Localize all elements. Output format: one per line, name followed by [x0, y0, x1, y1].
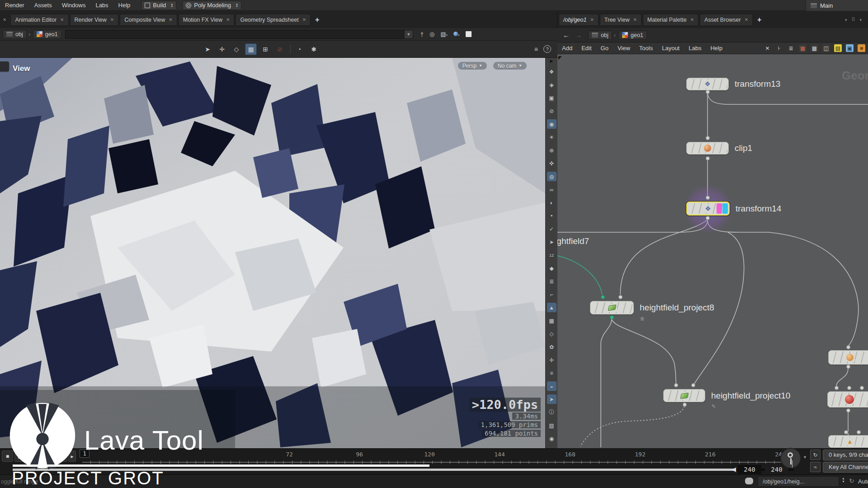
color-palette-grid-icon[interactable]: ▦	[799, 44, 807, 52]
node-port[interactable]	[683, 403, 687, 407]
handles-tool-icon[interactable]: ▦	[245, 43, 257, 55]
forward-arrow-icon[interactable]: →	[575, 31, 582, 39]
node-heightfield_project8[interactable]	[590, 301, 634, 314]
stereo-glasses-icon[interactable]: ∞	[547, 185, 557, 194]
netmenu-add[interactable]: Add	[557, 45, 577, 52]
range-end-field[interactable]: 240	[738, 465, 761, 474]
netmenu-go[interactable]: Go	[596, 45, 613, 52]
pane-tab-geometry-spreadsheet[interactable]: Geometry Spreadsheet✕	[236, 14, 311, 26]
node-edge_node_mid[interactable]	[827, 391, 868, 408]
location-pin-icon[interactable]: ➤	[547, 394, 557, 404]
node-clip1[interactable]	[686, 142, 729, 155]
reference-planes-icon[interactable]: ▧	[547, 421, 557, 430]
close-tab-icon[interactable]: ✕	[110, 17, 114, 22]
desktop-build-selector[interactable]: Build ▲▼	[142, 1, 176, 10]
netmenu-tools[interactable]: Tools	[635, 45, 657, 52]
current-node-path-field[interactable]: /obj/geo1/heig...	[758, 476, 839, 487]
help-icon[interactable]: ?	[543, 45, 551, 53]
add-view-icon[interactable]: ✜	[547, 159, 557, 168]
box-zoom-icon[interactable]: ⊞	[259, 43, 271, 55]
node-edge_node_bottom[interactable]: ▲	[828, 435, 868, 448]
background-image-icon[interactable]: ▣	[846, 44, 854, 52]
network-editor-canvas[interactable]: Geometry heightfield7 ❖transform13clip1❖…	[557, 54, 868, 448]
node-port[interactable]	[674, 383, 678, 387]
node-transform13[interactable]: ❖	[686, 78, 729, 90]
transform-tool-icon[interactable]: ◇	[231, 43, 242, 55]
node-port[interactable]	[844, 430, 848, 434]
list-view-icon[interactable]: ≣	[787, 44, 795, 52]
node-port-green[interactable]	[610, 315, 614, 319]
view-sphere-icon[interactable]: ◉	[547, 119, 557, 129]
close-tab-icon[interactable]: ✕	[0, 17, 9, 22]
node-port[interactable]	[691, 383, 695, 387]
node-port[interactable]	[835, 386, 839, 390]
menu-windows[interactable]: Windows	[57, 0, 91, 11]
white-square-icon[interactable]	[466, 31, 472, 37]
node-port[interactable]	[706, 216, 710, 220]
prim-numbers-icon[interactable]: ≣	[547, 277, 557, 286]
shelf-set-selector[interactable]: Poly Modeling ▲▼	[183, 1, 241, 10]
menu-render[interactable]: Render	[0, 0, 29, 11]
grid-display-icon[interactable]: ◇	[547, 329, 557, 338]
pane-tab-tree-view[interactable]: Tree View✕	[600, 14, 642, 26]
node-port[interactable]	[847, 386, 851, 390]
netmenu-help[interactable]: Help	[706, 45, 727, 52]
pane-tab-material-palette[interactable]: Material Palette✕	[643, 14, 698, 26]
breadcrumb-obj[interactable]: obj	[3, 30, 27, 39]
parameters-grid-icon[interactable]: ▩	[811, 44, 818, 52]
perspective-selector[interactable]: Persp ▼	[458, 61, 487, 70]
organize-icon[interactable]: ■	[858, 44, 865, 52]
node-transform14[interactable]: ❖	[686, 202, 730, 216]
node-port[interactable]	[846, 365, 850, 369]
scene-viewport[interactable]: View Persp ▼ No cam ▼ >120.0fps 3.34ms 1…	[0, 58, 545, 448]
lock-camera-icon[interactable]: ▣	[547, 93, 557, 103]
target-icon[interactable]: ◎	[429, 31, 434, 38]
network-breadcrumb-geo1[interactable]: geo1	[618, 31, 647, 40]
snap-options-icon[interactable]: ◈	[547, 80, 557, 89]
node-port[interactable]	[857, 430, 861, 434]
chevron-down-icon[interactable]: ▼	[405, 30, 413, 38]
node-port[interactable]	[706, 90, 710, 94]
close-tab-icon[interactable]: ✕	[226, 17, 230, 22]
tab-grip-icon[interactable]: ⠿	[851, 17, 855, 23]
netmenu-labs[interactable]: Labs	[684, 45, 706, 52]
pane-tab-controls[interactable]: ▾ ⠿ ▾	[845, 17, 868, 23]
spinner-arrows-icon[interactable]: ▲▼	[170, 3, 173, 8]
prim-normals-icon[interactable]: ◆	[547, 263, 557, 273]
pin-icon[interactable]: †	[420, 31, 424, 38]
camera-selector[interactable]: No cam ▼	[493, 61, 527, 70]
range-end-handle[interactable]: ◀	[731, 466, 736, 473]
cube-display-icon[interactable]: ▧▾	[440, 31, 448, 38]
node-port-green[interactable]	[601, 295, 605, 299]
spinner-arrows-icon[interactable]: ▲▼	[236, 3, 238, 8]
desktop-tab-main[interactable]: Main	[806, 0, 868, 11]
pane-tab-render-view[interactable]: Render View✕	[70, 14, 119, 26]
auto-key-icon[interactable]: ↻	[810, 450, 821, 460]
selection-disable-icon[interactable]: ⊘	[547, 106, 557, 116]
auto-update-selector[interactable]: Auto U	[858, 478, 868, 485]
node-label-heightfield_project10[interactable]: heightfield_project10	[711, 391, 790, 401]
set-key-button[interactable]	[780, 448, 801, 469]
info-icon[interactable]: ⓘ	[547, 408, 557, 417]
node-label-transform14[interactable]: transform14	[736, 204, 781, 214]
node-edge_node_top[interactable]	[828, 350, 868, 365]
keys-summary-button[interactable]: 0 keys, 9/9 cha	[823, 450, 868, 460]
menu-assets[interactable]: Assets	[29, 0, 57, 11]
node-port[interactable]	[706, 196, 710, 200]
new-tab-button[interactable]: +	[753, 16, 766, 24]
validate-icon[interactable]: ✓	[547, 224, 557, 234]
node-label-transform13[interactable]: transform13	[735, 79, 780, 89]
pane-tab-asset-browser[interactable]: Asset Browser✕	[700, 14, 753, 26]
close-tab-icon[interactable]: ✕	[633, 17, 637, 22]
pane-tab-composite-view[interactable]: Composite View✕	[120, 14, 177, 26]
close-tab-icon[interactable]: ✕	[590, 17, 594, 22]
pin-handle-icon[interactable]: ➤	[547, 237, 557, 247]
message-bubble-icon[interactable]	[745, 478, 753, 484]
point-numbers-icon[interactable]: 12	[547, 250, 557, 260]
headlight-icon[interactable]: ☀	[547, 132, 557, 142]
close-tab-icon[interactable]: ✕	[60, 17, 64, 22]
sticky-note-icon[interactable]: ▤	[834, 44, 842, 52]
move-tool-icon[interactable]: ✛	[216, 43, 228, 55]
corner-handle-icon[interactable]: ⌐	[547, 290, 557, 299]
node-heightfield_project10[interactable]	[663, 389, 705, 402]
